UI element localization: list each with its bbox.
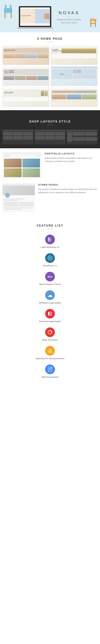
- brand-tagline: Responsive WooCommerce WordPress Theme: [57, 18, 81, 24]
- elementor-label: Elementor page builder: [39, 320, 61, 322]
- home-pages-title: 6 HOME PAGE: [6, 37, 94, 40]
- bootstrap-icon: [45, 234, 55, 244]
- feature-item-performance: Optimized for site performance: [3, 344, 97, 362]
- other-pages-text: OTHER PAGES The variety of beautiful pre…: [38, 184, 97, 194]
- svg-point-19: [49, 352, 51, 353]
- home-page-item-2[interactable]: LET JAMES COMPANY NEW Modern furniture: [51, 45, 97, 65]
- home-page-item-5[interactable]: Furniture Design Collection of Furniture…: [3, 87, 49, 107]
- feature-item-wpbakery: ☁ WPBakery page builder: [3, 288, 97, 306]
- shop-layout-1[interactable]: [3, 130, 33, 144]
- hero-laptop: HOPE YOU FASHION Beautiful Collection: [19, 6, 53, 29]
- svg-rect-15: [50, 313, 52, 314]
- slider-label: Slider Revolution: [42, 339, 58, 341]
- portfolio-text: PORTFOLIO LAYOUTS Make beautiful product…: [45, 152, 97, 163]
- shop-layout-2[interactable]: [34, 130, 65, 144]
- hero-section: HOPE YOU FASHION Beautiful Collection NO: [0, 0, 100, 32]
- portfolio-description: Make beautiful product presentations wit…: [45, 156, 97, 163]
- feature-item-woocommerce: Woo WooCommerce Theme: [3, 269, 97, 288]
- portfolio-preview: [3, 152, 41, 179]
- home-pages-header: 6 HOME PAGE: [3, 32, 97, 45]
- shop-title: SHOP LAYOUTS STYLE: [6, 120, 94, 123]
- svg-rect-16: [50, 315, 52, 316]
- feature-item-bootstrap: Latest Bootstrap 4.x: [3, 232, 97, 251]
- elementor-icon: [45, 309, 55, 318]
- feature-item-wordpress: W WordPress 5.x: [3, 251, 97, 269]
- hero-stool-right: [89, 16, 97, 29]
- home-page-item-1[interactable]: HOPE YOU FASHION Beautiful Collection: [3, 45, 49, 65]
- shop-layout-3[interactable]: [67, 130, 97, 144]
- svg-rect-14: [50, 312, 52, 312]
- home-page-item-6[interactable]: Coming Soon: [51, 87, 97, 107]
- section-divider: [47, 42, 53, 42]
- other-pages-title: OTHER PAGES: [38, 184, 97, 186]
- svg-text:Woo: Woo: [47, 276, 53, 278]
- woocommerce-label: WooCommerce Theme: [39, 283, 61, 286]
- hero-brand: NOVAS Responsive WooCommerce WordPress T…: [57, 10, 81, 24]
- feature-item-documented: Well Documented: [3, 362, 97, 381]
- bootstrap-label: Latest Bootstrap 4.x: [41, 246, 59, 248]
- brand-name: NOVAS: [57, 10, 81, 15]
- svg-rect-13: [48, 312, 49, 316]
- portfolio-section: PORTFOLIO LAYOUTS Make beautiful product…: [0, 148, 100, 183]
- home-page-item-4[interactable]: CHAIRCOLLECTION: [51, 66, 97, 86]
- svg-rect-4: [11, 12, 12, 18]
- hero-chair-decoration: [3, 3, 14, 20]
- home-pages-grid: HOPE YOU FASHION Beautiful Collection: [3, 45, 97, 107]
- svg-text:W: W: [49, 257, 51, 259]
- shop-header: SHOP LAYOUTS STYLE: [3, 115, 97, 128]
- svg-rect-1: [5, 5, 7, 9]
- performance-icon: [45, 346, 55, 356]
- shop-divider: [47, 124, 53, 125]
- svg-rect-8: [91, 23, 95, 24]
- documented-label: Well Documented: [42, 376, 58, 378]
- home-page-item-3[interactable]: OSTERIA PENDANT 299: [3, 66, 49, 86]
- home-pages-section: 6 HOME PAGE HOPE YOU FASHION Beautiful C…: [0, 32, 100, 110]
- wordpress-label: WordPress 5.x: [43, 264, 57, 267]
- other-pages-section: OTHER PAGES The variety of beautiful pre…: [0, 183, 100, 216]
- svg-rect-2: [10, 5, 11, 9]
- woocommerce-icon: Woo: [45, 272, 55, 282]
- feature-item-elementor: Elementor page builder: [3, 306, 97, 325]
- other-pages-preview: [3, 184, 35, 212]
- feature-divider: [47, 229, 53, 229]
- feature-title: FEATURE LIST: [6, 224, 94, 227]
- wpbakery-icon: ☁: [45, 290, 55, 300]
- feature-header: FEATURE LIST: [3, 219, 97, 232]
- other-pages-description: The variety of beautiful pre-defined pag…: [38, 188, 97, 194]
- portfolio-title: PORTFOLIO LAYOUTS: [45, 152, 97, 155]
- performance-label: Optimized for site performance: [35, 357, 65, 360]
- documented-icon: [45, 364, 55, 374]
- slider-icon: [45, 328, 55, 337]
- shop-section: SHOP LAYOUTS STYLE: [0, 110, 100, 148]
- svg-rect-3: [4, 12, 6, 18]
- wpbakery-label: WPBakery page builder: [39, 302, 61, 304]
- feature-section: FEATURE LIST Latest Bootstrap 4.x W Word…: [0, 216, 100, 386]
- feature-item-slider: Slider Revolution: [3, 325, 97, 344]
- wordpress-icon: W: [45, 253, 55, 263]
- shop-layouts-grid: [3, 130, 97, 144]
